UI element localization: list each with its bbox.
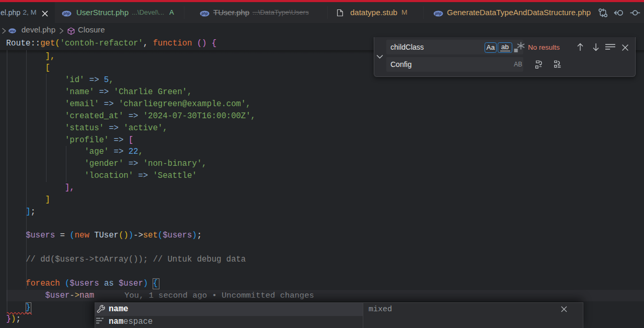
svg-text:php: php xyxy=(201,12,208,16)
svg-text:php: php xyxy=(9,29,15,32)
svg-text:php: php xyxy=(63,12,70,16)
svg-text:php: php xyxy=(435,12,442,16)
